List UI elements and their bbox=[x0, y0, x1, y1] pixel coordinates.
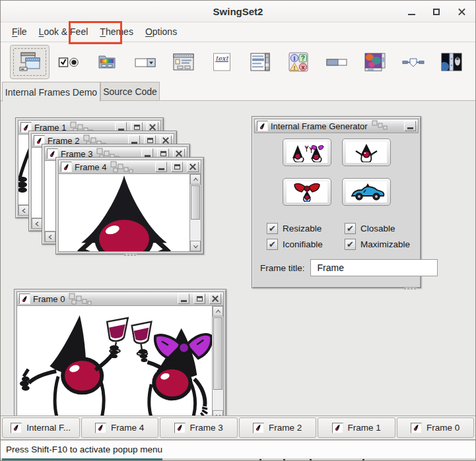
tab-source-code[interactable]: Source Code bbox=[100, 82, 160, 101]
scroll-down-icon[interactable] bbox=[190, 241, 201, 251]
create-frame-button-dukes-toasting[interactable] bbox=[283, 138, 331, 166]
svg-text:i: i bbox=[293, 55, 296, 61]
internal-frame-0[interactable]: Frame 0 bbox=[14, 289, 226, 415]
frame0-vertical-scrollbar[interactable] bbox=[212, 306, 223, 415]
toolbar-button-splitpane-demo[interactable] bbox=[432, 45, 471, 79]
internal-frame-4[interactable]: Frame 4 bbox=[55, 157, 204, 255]
taskbar-button-label: Frame 1 bbox=[348, 423, 381, 433]
svg-text:x: x bbox=[301, 63, 304, 70]
toolbar-button-internal-frame-demo[interactable] bbox=[10, 45, 50, 79]
duke-icon bbox=[95, 423, 106, 433]
toolbar-button-button-demo[interactable] bbox=[50, 45, 88, 79]
duke-icon bbox=[19, 293, 30, 304]
duke-waving-icon bbox=[346, 142, 387, 163]
toolbar-button-slider-demo[interactable] bbox=[394, 45, 432, 79]
toolbar-button-list-demo[interactable] bbox=[241, 45, 279, 79]
checkbox-closable[interactable]: ✔ Closable bbox=[345, 223, 423, 234]
maximize-icon[interactable] bbox=[430, 6, 442, 18]
frame0-titlebar[interactable]: Frame 0 bbox=[17, 292, 224, 306]
filechooser-icon bbox=[172, 52, 195, 72]
frame0-maximize-icon[interactable] bbox=[193, 293, 205, 304]
svg-text:?: ? bbox=[301, 54, 305, 61]
create-frame-button-duke-in-car[interactable] bbox=[342, 178, 391, 206]
scroll-left-icon[interactable] bbox=[32, 218, 42, 229]
toolbar: text i ? ! bbox=[1, 42, 475, 81]
minimize-icon[interactable] bbox=[405, 6, 417, 18]
create-frame-button-duke-waving[interactable] bbox=[342, 138, 391, 166]
taskbar-button-frame-0[interactable]: Frame 0 bbox=[397, 417, 475, 438]
scroll-up-icon[interactable] bbox=[213, 306, 223, 317]
menu-file[interactable]: File bbox=[6, 22, 33, 42]
checkbox-resizable[interactable]: ✔ Resizable bbox=[267, 223, 345, 234]
toolbar-button-optionpane-demo[interactable]: i ? ! x bbox=[279, 45, 318, 79]
frame0-minimize-icon[interactable] bbox=[178, 293, 189, 304]
frame4-minimize-icon[interactable] bbox=[155, 162, 167, 172]
menu-options[interactable]: Options bbox=[139, 22, 183, 42]
dukes-toasting-icon bbox=[287, 142, 327, 163]
toolbar-button-html-demo[interactable]: text bbox=[203, 45, 241, 79]
scroll-left-icon[interactable] bbox=[45, 231, 55, 242]
duke-icon bbox=[253, 423, 264, 433]
tab-internal-frames-demo[interactable]: Internal Frames Demo bbox=[2, 82, 100, 102]
titlebar-texture bbox=[372, 120, 391, 132]
taskbar-button-label: Frame 2 bbox=[269, 423, 302, 433]
taskbar-button-label: Frame 0 bbox=[426, 423, 459, 433]
duke-icon bbox=[332, 423, 343, 433]
frame0-close-icon[interactable] bbox=[209, 293, 221, 304]
resize-grip[interactable] bbox=[404, 288, 417, 290]
frame4-close-icon[interactable] bbox=[187, 162, 199, 172]
dukes-toasting-image bbox=[17, 306, 213, 415]
generator-titlebar[interactable]: Internal Frame Generator bbox=[254, 119, 419, 133]
generator-title: Internal Frame Generator bbox=[271, 121, 368, 131]
duke-closeup-image bbox=[59, 174, 189, 252]
checkbox-check-icon: ✔ bbox=[267, 223, 278, 234]
frames-taskbar: Internal F... Frame 4 Frame 3 Frame 2 Fr… bbox=[1, 415, 475, 440]
background-window-artifact bbox=[2, 458, 162, 461]
frame-title-input[interactable] bbox=[310, 259, 438, 276]
menu-look-and-feel[interactable]: Look & Feel bbox=[33, 22, 94, 42]
frame4-maximize-icon[interactable] bbox=[171, 162, 183, 172]
frame4-titlebar[interactable]: Frame 4 bbox=[58, 160, 201, 174]
toolbar-button-colorchooser-demo[interactable] bbox=[88, 45, 126, 79]
toolbar-button-scrollpane-demo[interactable] bbox=[356, 45, 394, 79]
status-text: Press Shift-F10 to activate popup menu bbox=[6, 445, 162, 454]
taskbar-button-label: Frame 3 bbox=[190, 423, 223, 433]
taskbar-button-frame-2[interactable]: Frame 2 bbox=[239, 417, 317, 438]
frame0-content bbox=[17, 306, 224, 415]
taskbar-button-internal-frame-generator[interactable]: Internal F... bbox=[2, 417, 80, 438]
close-icon[interactable] bbox=[456, 6, 467, 18]
scroll-up-icon[interactable] bbox=[190, 174, 201, 185]
duke-in-car-icon bbox=[346, 181, 387, 202]
toolbar-button-filechooser-demo[interactable] bbox=[164, 45, 203, 79]
internal-frame-icon bbox=[18, 52, 41, 72]
html-text-icon: text bbox=[211, 52, 233, 72]
checkbox-label: Maximizable bbox=[360, 239, 410, 249]
checkbox-check-icon: ✔ bbox=[345, 223, 356, 234]
checkbox-check-icon: ✔ bbox=[345, 239, 356, 250]
colorchooser-icon bbox=[96, 52, 118, 72]
combobox-icon bbox=[134, 52, 156, 72]
scroll-thumb[interactable] bbox=[191, 185, 200, 220]
frame4-vertical-scrollbar[interactable] bbox=[189, 174, 201, 251]
slider-icon bbox=[402, 52, 425, 72]
internal-frame-generator[interactable]: Internal Frame Generator bbox=[252, 116, 421, 288]
titlebar-texture bbox=[69, 293, 98, 305]
duke-red-bow-icon bbox=[287, 181, 327, 202]
create-frame-button-duke-red-bow[interactable] bbox=[283, 178, 331, 206]
svg-text:text: text bbox=[215, 55, 229, 62]
menu-themes[interactable]: Themes bbox=[94, 22, 139, 42]
window-titlebar[interactable]: SwingSet2 bbox=[1, 1, 475, 22]
scroll-left-icon[interactable] bbox=[18, 205, 29, 216]
taskbar-button-frame-3[interactable]: Frame 3 bbox=[160, 417, 238, 438]
taskbar-button-frame-1[interactable]: Frame 1 bbox=[318, 417, 395, 438]
taskbar-button-frame-4[interactable]: Frame 4 bbox=[81, 417, 159, 438]
resize-grip[interactable] bbox=[124, 254, 137, 256]
checkbox-maximizable[interactable]: ✔ Maximizable bbox=[345, 239, 423, 250]
toolbar-button-combobox-demo[interactable] bbox=[126, 45, 164, 79]
scroll-thumb[interactable] bbox=[213, 317, 222, 390]
scroll-down-icon[interactable] bbox=[213, 410, 223, 415]
generator-minimize-icon[interactable] bbox=[404, 121, 416, 131]
checkbox-label: Closable bbox=[360, 224, 395, 233]
toolbar-button-progressbar-demo[interactable] bbox=[318, 45, 356, 79]
checkbox-iconifiable[interactable]: ✔ Iconifiable bbox=[267, 239, 345, 250]
